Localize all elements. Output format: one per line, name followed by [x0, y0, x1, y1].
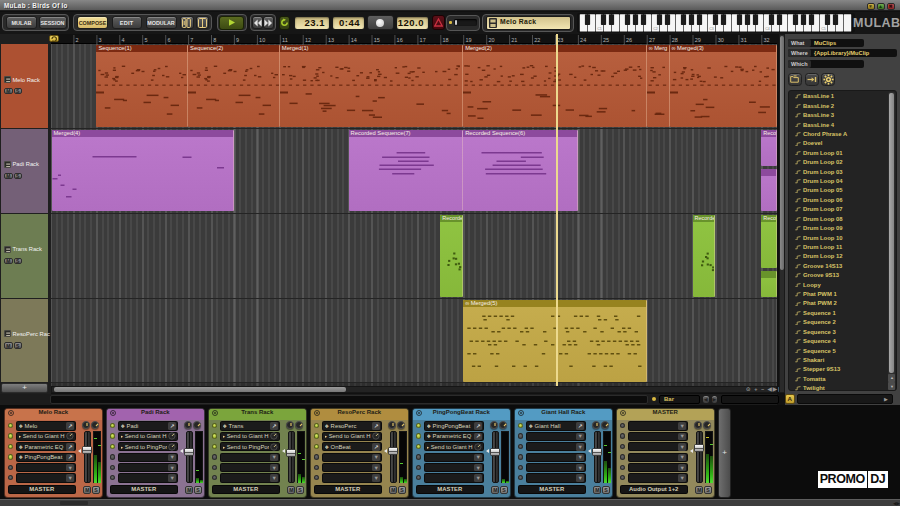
svg-text:26: 26	[626, 36, 632, 42]
svg-text:18: 18	[443, 36, 449, 42]
svg-text:13: 13	[328, 36, 334, 42]
svg-text:C3: C3	[709, 27, 714, 31]
svg-text:25: 25	[603, 36, 609, 42]
svg-text:C4: C4	[765, 27, 770, 31]
svg-text:15: 15	[374, 36, 380, 42]
svg-text:10: 10	[259, 36, 265, 42]
svg-text:28: 28	[672, 36, 678, 42]
svg-text:12: 12	[305, 36, 311, 42]
svg-text:27: 27	[649, 36, 655, 42]
svg-text:19: 19	[465, 36, 471, 42]
svg-text:6: 6	[167, 36, 170, 42]
svg-text:C2: C2	[653, 27, 658, 31]
svg-text:4: 4	[122, 36, 125, 42]
svg-text:C1: C1	[597, 27, 602, 31]
svg-text:5: 5	[144, 36, 147, 42]
svg-text:32: 32	[764, 36, 770, 42]
svg-text:20: 20	[488, 36, 494, 42]
svg-text:21: 21	[511, 36, 517, 42]
svg-text:8: 8	[213, 36, 216, 42]
svg-text:14: 14	[351, 36, 357, 42]
svg-text:11: 11	[282, 36, 288, 42]
svg-text:C5: C5	[821, 27, 826, 31]
svg-text:30: 30	[718, 36, 724, 42]
svg-text:31: 31	[741, 36, 747, 42]
svg-text:9: 9	[236, 36, 239, 42]
svg-text:3: 3	[99, 36, 102, 42]
svg-text:2: 2	[76, 36, 79, 42]
svg-text:22: 22	[534, 36, 540, 42]
svg-text:17: 17	[420, 36, 426, 42]
svg-text:7: 7	[190, 36, 193, 42]
svg-text:24: 24	[580, 36, 586, 42]
svg-text:29: 29	[695, 36, 701, 42]
svg-text:16: 16	[397, 36, 403, 42]
